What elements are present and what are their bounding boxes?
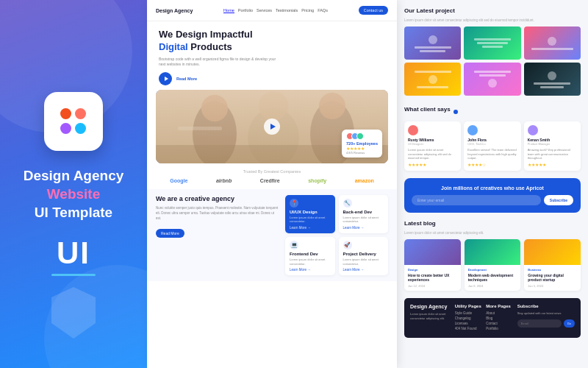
footer-email-input[interactable] xyxy=(517,319,562,328)
agency-title: We are a creative agency xyxy=(156,195,279,204)
footer-link-blog[interactable]: Blog xyxy=(486,316,512,320)
review-avatars xyxy=(346,132,378,140)
project-thumb-2[interactable] xyxy=(464,26,520,60)
hero-play-overlay[interactable] xyxy=(264,118,280,135)
footer-link-contact[interactable]: Contact xyxy=(486,322,512,325)
footer-link-styleguide[interactable]: Style Guide xyxy=(455,311,481,315)
left-title: Design Agency Website UI Template xyxy=(24,167,124,222)
nav-link-faqs[interactable]: FAQs xyxy=(318,8,328,13)
nav-link-pricing[interactable]: Pricing xyxy=(301,8,314,13)
trusted-section: Trusted By Greatest Companies Google air… xyxy=(147,163,397,189)
nav-links: Home Portfolio Services Testimonials Pri… xyxy=(197,8,354,13)
review-title: 720+ Employees xyxy=(346,141,378,146)
service-title-backend: Back-end Dev xyxy=(343,210,384,214)
project-thumb-6[interactable] xyxy=(524,63,581,96)
client-card-3: Kenan Smith Product Manager Amazing work… xyxy=(524,121,581,171)
blog-content-1: Design How to create better UX experienc… xyxy=(404,265,461,291)
learn-more-uiux[interactable]: Learn More → xyxy=(290,226,331,230)
read-more-link[interactable]: Read More xyxy=(176,77,197,81)
service-title-frontend: Frontend Dev xyxy=(290,252,331,256)
blog-image-1 xyxy=(404,239,461,265)
learn-more-delivery[interactable]: Learn More → xyxy=(343,268,384,272)
project-thumb-1[interactable] xyxy=(404,26,461,60)
footer-brand: Design Agency Lorem ipsum dolor sit amet… xyxy=(410,304,451,332)
nav-logo: Design Agency xyxy=(156,8,193,13)
service-title-uiux: UI/UX Design xyxy=(290,210,331,214)
cta-email-input[interactable] xyxy=(412,195,541,205)
learn-more-backend[interactable]: Learn More → xyxy=(343,226,384,230)
service-desc-frontend: Lorem ipsum dolor sit amet consectetur. xyxy=(290,258,331,266)
clients-section: What client says Rusty Williams UI Desig… xyxy=(404,106,581,171)
learn-more-frontend[interactable]: Learn More → xyxy=(290,268,331,272)
client-role-2: CEO, TechCo xyxy=(467,142,517,146)
blog-card-1[interactable]: Design How to create better UX experienc… xyxy=(404,239,461,291)
project-thumb-3[interactable] xyxy=(524,26,581,60)
client-stars-2: ★★★★☆ xyxy=(467,163,517,167)
google-logo: Google xyxy=(170,178,187,183)
service-card-frontend: 💻 Frontend Dev Lorem ipsum dolor sit ame… xyxy=(285,237,335,275)
footer-subscribe-button[interactable]: Go xyxy=(564,319,575,328)
blog-date-1: Jan 12, 2024 xyxy=(408,284,457,288)
play-button[interactable] xyxy=(159,72,172,85)
service-icon-frontend: 💻 xyxy=(290,241,298,250)
client-stars-1: ★★★★★ xyxy=(408,163,457,167)
clients-dot xyxy=(453,110,458,114)
footer-desc: Lorem ipsum dolor sit amet consectetur a… xyxy=(410,312,451,321)
blog-card-3[interactable]: Business Growing your digital product st… xyxy=(524,239,581,291)
amazon-logo: amazon xyxy=(355,178,374,183)
shopify-logo: shopify xyxy=(308,178,326,183)
nav-link-testimonials[interactable]: Testimonials xyxy=(276,8,298,13)
blog-post-title-2: Modern web development techniques xyxy=(468,273,517,283)
nav-link-home[interactable]: Home xyxy=(223,8,234,13)
blog-image-2 xyxy=(465,239,521,265)
figma-icon xyxy=(60,108,87,135)
client-avatar-3 xyxy=(528,125,538,135)
nav-link-services[interactable]: Services xyxy=(257,8,272,13)
client-role-1: UI Designer xyxy=(408,142,457,146)
airbnb-logo: airbnb xyxy=(216,178,232,183)
review-badge: 720+ Employees ★★★★★ 4.8/5 Reviews xyxy=(342,130,382,158)
blog-date-3: Jan 5, 2024 xyxy=(528,284,577,288)
ui-label: UI xyxy=(57,236,90,271)
service-card-delivery: 🚀 Project Delivery Lorem ipsum dolor sit… xyxy=(339,237,389,275)
blog-date-2: Jan 8, 2024 xyxy=(468,284,517,288)
client-card-2: John Flora CEO, TechCo Excellent service… xyxy=(464,121,520,171)
agency-read-more[interactable]: Read More xyxy=(156,229,184,238)
cta-section: Join millions of creatives who use Apric… xyxy=(404,178,581,213)
footer-col-utility: Utility Pages Style Guide Changelog Lice… xyxy=(455,304,481,332)
footer-link-changelog[interactable]: Changelog xyxy=(455,316,481,320)
footer-link-licenses[interactable]: Licenses xyxy=(455,322,481,325)
service-title-delivery: Project Delivery xyxy=(343,252,384,256)
client-avatar-2 xyxy=(467,125,478,135)
nav-link-portfolio[interactable]: Portfolio xyxy=(238,8,253,13)
footer-link-portfolio[interactable]: Portfolio xyxy=(486,327,512,330)
credfire-logo: Credfire xyxy=(260,178,280,183)
figma-badge xyxy=(44,92,103,151)
service-icon-delivery: 🚀 xyxy=(343,241,352,250)
clients-title: What client says xyxy=(404,106,451,113)
footer-section: Design Agency Lorem ipsum dolor sit amet… xyxy=(404,298,581,338)
blog-category-2: Development xyxy=(468,268,517,272)
review-count: 4.8/5 Reviews xyxy=(346,151,378,155)
left-panel: Design Agency Website UI Template UI xyxy=(0,0,147,368)
latest-project-section: Our Latest project Lorem ipsum dolor sit… xyxy=(404,7,581,99)
trusted-logos: Google airbnb Credfire shopify amazon xyxy=(156,178,388,183)
client-role-3: Product Manager xyxy=(528,142,577,146)
nav-cta-button[interactable]: Contact us xyxy=(359,6,388,15)
cta-subscribe-button[interactable]: Subscribe xyxy=(544,195,573,205)
blog-content-3: Business Growing your digital product st… xyxy=(524,265,581,291)
footer-link-404[interactable]: 404 Not Found xyxy=(455,327,481,330)
client-card-1: Rusty Williams UI Designer Lorem ipsum d… xyxy=(404,121,461,171)
hero-title: We Design Impactful Digital Products xyxy=(159,29,385,54)
footer-col-title-utility: Utility Pages xyxy=(455,304,481,308)
blog-title: Latest blog xyxy=(404,220,581,227)
project-thumb-4[interactable] xyxy=(404,63,461,96)
mini-avatar-3 xyxy=(356,132,364,140)
latest-project-title: Our Latest project xyxy=(404,7,581,14)
blog-card-2[interactable]: Development Modern web development techn… xyxy=(465,239,521,291)
figma-orange xyxy=(75,108,86,119)
project-thumb-5[interactable] xyxy=(464,63,520,96)
figma-blue xyxy=(75,123,86,134)
client-text-3: Amazing work! Very professional team wit… xyxy=(528,148,577,160)
footer-link-about[interactable]: About xyxy=(486,311,512,315)
